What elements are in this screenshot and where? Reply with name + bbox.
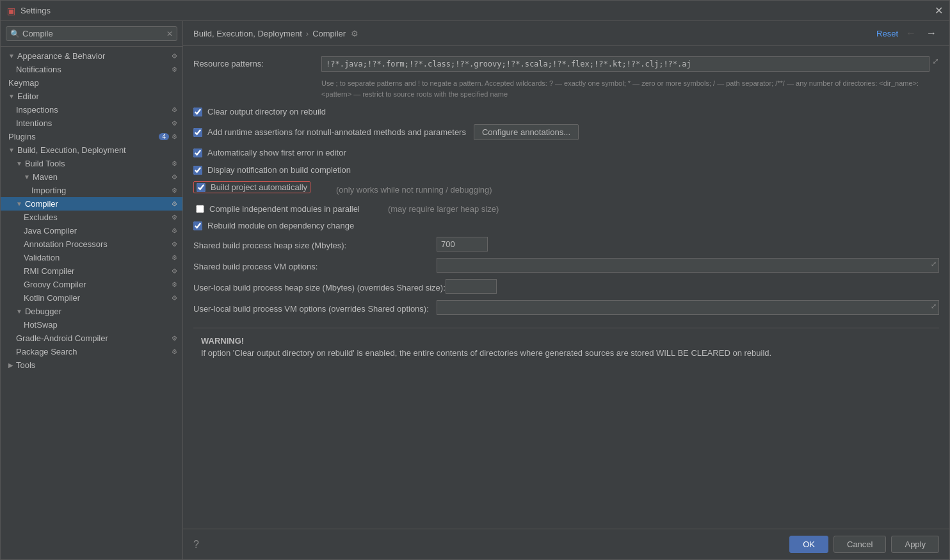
sidebar-item-inspections[interactable]: Inspections ⚙: [1, 103, 182, 116]
user-vm-input[interactable]: [437, 300, 939, 315]
vm-options-input[interactable]: [437, 258, 939, 273]
show-first-error-label[interactable]: Automatically show first error in editor: [207, 148, 346, 157]
sidebar-item-label: Appearance & Behavior: [17, 51, 105, 61]
clear-output-label[interactable]: Clear output directory on rebuild: [207, 107, 326, 116]
heap-size-row: Shared build process heap size (Mbytes):: [193, 237, 939, 252]
warning-text: If option 'Clear output directory on reb…: [201, 348, 931, 358]
sidebar-item-groovy-compiler[interactable]: Groovy Compiler ⚙: [1, 278, 182, 291]
sidebar-item-compiler[interactable]: ▼ Compiler ⚙: [1, 197, 182, 211]
rebuild-dependency-checkbox[interactable]: [193, 221, 202, 230]
sidebar-item-excludes[interactable]: Excludes ⚙: [1, 211, 182, 224]
close-button[interactable]: ✕: [935, 4, 943, 17]
sidebar-item-java-compiler[interactable]: Java Compiler ⚙: [1, 224, 182, 237]
vm-options-expand[interactable]: ⤢: [931, 260, 937, 268]
content-header: Build, Execution, Deployment › Compiler …: [183, 21, 949, 46]
sidebar-item-appearance[interactable]: ▼ Appearance & Behavior ⚙: [1, 49, 182, 63]
cancel-button[interactable]: Cancel: [833, 536, 886, 553]
clear-search-button[interactable]: ✕: [166, 29, 173, 38]
build-automatically-checkbox[interactable]: [197, 183, 205, 192]
app-icon: ▣: [7, 6, 15, 16]
sidebar-item-label: Gradle-Android Compiler: [16, 333, 108, 343]
sidebar-item-rmi-compiler[interactable]: RMI Compiler ⚙: [1, 264, 182, 278]
sidebar-item-hotswap[interactable]: HotSwap: [1, 318, 182, 332]
window-title: Settings: [20, 6, 51, 15]
sidebar-item-plugins[interactable]: Plugins 4 ⚙: [1, 130, 182, 143]
sidebar-item-label: Keymap: [8, 78, 39, 88]
main-content: 🔍 ✕ ▼ Appearance & Behavior ⚙ Notificati…: [1, 21, 949, 559]
sidebar-item-keymap[interactable]: Keymap: [1, 76, 182, 90]
sidebar-item-kotlin-compiler[interactable]: Kotlin Compiler ⚙: [1, 291, 182, 305]
user-vm-label: User-local build process VM options (ove…: [193, 301, 437, 314]
settings-window: ▣ Settings ✕ 🔍 ✕ ▼ Appearance & Behavior…: [0, 0, 950, 560]
title-bar: ▣ Settings ✕: [1, 1, 949, 21]
settings-icon: ⚙: [172, 200, 177, 207]
add-runtime-checkbox[interactable]: [193, 128, 202, 137]
sidebar-item-editor[interactable]: ▼ Editor: [1, 90, 182, 103]
sidebar-item-importing[interactable]: Importing ⚙: [1, 184, 182, 197]
settings-icon: ⚙: [172, 335, 177, 342]
sidebar-item-package-search[interactable]: Package Search ⚙: [1, 345, 182, 358]
clear-output-checkbox[interactable]: [193, 108, 202, 116]
user-heap-input[interactable]: [446, 279, 497, 294]
forward-button[interactable]: →: [924, 28, 939, 39]
compile-parallel-checkbox[interactable]: [196, 205, 204, 213]
apply-button[interactable]: Apply: [891, 536, 939, 553]
header-settings-icon[interactable]: ⚙: [351, 29, 358, 38]
clear-output-row: Clear output directory on rebuild: [193, 106, 939, 118]
resource-patterns-input[interactable]: [321, 56, 930, 72]
sidebar-item-build-tools[interactable]: ▼ Build Tools ⚙: [1, 157, 182, 170]
search-input[interactable]: [22, 29, 166, 38]
resource-patterns-row: Resource patterns: ⤢: [193, 56, 939, 72]
compile-parallel-row: Compile independent modules in parallel …: [193, 204, 939, 214]
sidebar-item-gradle-android[interactable]: Gradle-Android Compiler ⚙: [1, 332, 182, 345]
settings-icon: ⚙: [172, 348, 177, 355]
sidebar-item-maven[interactable]: ▼ Maven ⚙: [1, 170, 182, 184]
hint-text: Use ; to separate patterns and ! to nega…: [321, 78, 939, 99]
sidebar-item-label: Package Search: [16, 347, 77, 356]
user-vm-expand[interactable]: ⤢: [931, 302, 937, 310]
show-first-error-checkbox[interactable]: [193, 148, 202, 157]
sidebar-item-validation[interactable]: Validation ⚙: [1, 251, 182, 264]
breadcrumb-separator: ›: [306, 29, 309, 38]
sidebar-item-annotation-processors[interactable]: Annotation Processors ⚙: [1, 237, 182, 251]
expand-arrow: ▼: [8, 52, 15, 60]
sidebar-item-label: Editor: [17, 92, 39, 101]
settings-icon: ⚙: [172, 281, 177, 288]
ok-button[interactable]: OK: [789, 536, 828, 553]
settings-icon: ⚙: [172, 173, 177, 180]
settings-icon: ⚙: [172, 160, 177, 167]
display-notification-checkbox[interactable]: [193, 166, 202, 175]
settings-icon: ⚙: [172, 52, 177, 60]
heap-size-input[interactable]: [437, 237, 488, 252]
sidebar-item-debugger[interactable]: ▼ Debugger: [1, 305, 182, 318]
sidebar-item-tools[interactable]: ▶ Tools: [1, 358, 182, 372]
warning-section: WARNING! If option 'Clear output directo…: [193, 328, 939, 365]
compile-parallel-label[interactable]: Compile independent modules in parallel: [209, 204, 360, 214]
sidebar-item-label: Build Tools: [25, 159, 65, 168]
settings-icon: ⚙: [172, 214, 177, 221]
user-vm-input-wrap: ⤢: [437, 300, 939, 315]
add-runtime-label[interactable]: Add runtime assertions for notnull-annot…: [207, 127, 466, 137]
sidebar-item-notifications[interactable]: Notifications ⚙: [1, 63, 182, 76]
rebuild-dependency-label[interactable]: Rebuild module on dependency change: [207, 221, 354, 230]
build-automatically-label[interactable]: Build project automatically: [211, 182, 307, 192]
vm-options-label: Shared build process VM options:: [193, 259, 437, 271]
configure-annotations-button[interactable]: Configure annotations...: [474, 124, 579, 140]
content-body: Resource patterns: ⤢ Use ; to separate p…: [183, 46, 949, 529]
content-panel: Build, Execution, Deployment › Compiler …: [183, 21, 949, 559]
help-button[interactable]: ?: [193, 539, 199, 550]
reset-button[interactable]: Reset: [876, 29, 898, 38]
sidebar-tree: ▼ Appearance & Behavior ⚙ Notifications …: [1, 47, 182, 559]
display-notification-label[interactable]: Display notification on build completion: [207, 165, 351, 175]
sidebar: 🔍 ✕ ▼ Appearance & Behavior ⚙ Notificati…: [1, 21, 183, 559]
back-button[interactable]: ←: [903, 28, 919, 39]
sidebar-item-label: Tools: [16, 360, 35, 370]
sidebar-item-build-exec-deploy[interactable]: ▼ Build, Execution, Deployment: [1, 143, 182, 157]
sidebar-item-label: Inspections: [16, 105, 58, 115]
warning-title: WARNING!: [201, 336, 931, 346]
expand-button[interactable]: ⤢: [932, 56, 939, 66]
user-heap-row: User-local build process heap size (Mbyt…: [193, 279, 939, 294]
sidebar-item-intentions[interactable]: Intentions ⚙: [1, 116, 182, 130]
search-icon: 🔍: [10, 29, 20, 38]
settings-icon: ⚙: [172, 254, 177, 261]
